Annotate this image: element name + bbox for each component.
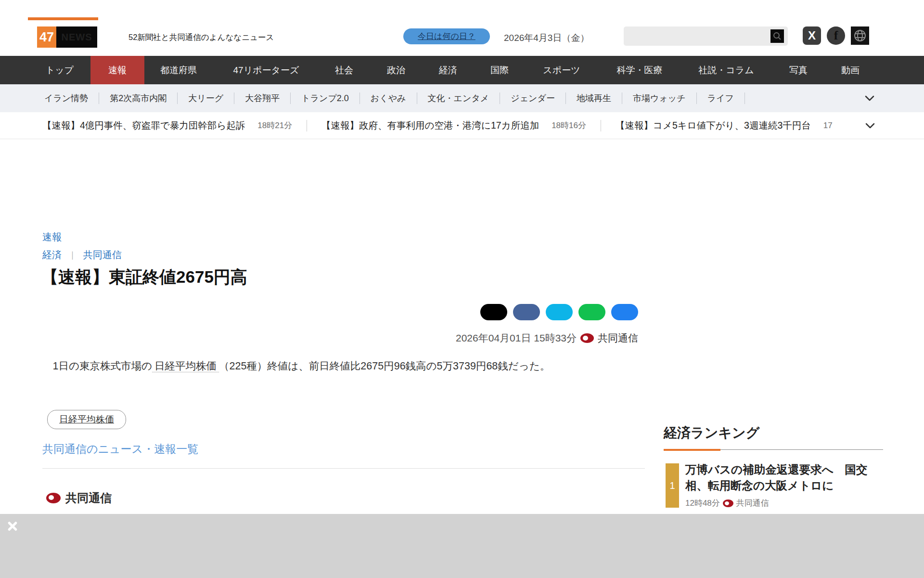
nikkei-average-link[interactable]: 日経平均株価 [152, 360, 219, 372]
topic-more-button[interactable] [864, 94, 875, 104]
topic-life[interactable]: ライフ [697, 92, 745, 104]
breadcrumb: 経済 ｜ 共同通信 [42, 249, 122, 262]
topic-cabinet[interactable]: 第2次高市内閣 [99, 92, 178, 104]
nav-item-47reporters[interactable]: 47リポーターズ [233, 56, 299, 84]
publish-datetime: 2026年04月01日 15時33分 [456, 331, 577, 345]
topic-obituary[interactable]: おくやみ [360, 92, 417, 104]
topic-nav: イラン情勢 第2次高市内閣 大リーグ 大谷翔平 トランプ2.0 おくやみ 文化・… [0, 84, 924, 112]
kyodo-news-icon [46, 493, 61, 503]
share-messenger-button[interactable] [611, 304, 638, 320]
ticker-time-1: 18時21分 [257, 120, 292, 131]
search-icon [772, 31, 782, 41]
nav-item-video[interactable]: 動画 [841, 56, 860, 84]
ticker-separator [601, 120, 601, 131]
kyodo-news-list-link[interactable]: 共同通信のニュース・速報一覧 [42, 442, 198, 457]
breadcrumb-separator: ｜ [68, 250, 77, 261]
nav-item-economy[interactable]: 経済 [439, 56, 457, 84]
ticker-item-2[interactable]: 【速報】政府、有事利用の空港・港湾に17カ所追加 [321, 119, 539, 132]
breadcrumb-source[interactable]: 共同通信 [83, 249, 122, 262]
rank-1-agency: 共同通信 [736, 498, 769, 509]
nav-item-photo[interactable]: 写真 [789, 56, 808, 84]
rank-1-title[interactable]: 万博バスの補助金返還要求へ 国交相、転用断念の大阪メトロに [685, 462, 880, 494]
ticker-expand-button[interactable] [865, 122, 875, 131]
ticker-time-2: 18時16分 [552, 120, 586, 131]
article-title: 【速報】東証終値2675円高 [41, 266, 247, 289]
social-links: X f [803, 26, 869, 45]
breadcrumb-category[interactable]: 経済 [42, 249, 62, 262]
ticker-time-3: 17 [823, 121, 833, 131]
share-twitter-button[interactable] [546, 304, 573, 320]
nav-item-international[interactable]: 国際 [490, 56, 509, 84]
facebook-icon[interactable]: f [827, 26, 845, 45]
kyodo-news-icon [723, 499, 733, 507]
page: 47 NEWS 52新聞社と共同通信のよんななニュース 今日は何の日？ 2026… [0, 0, 924, 578]
topic-culture[interactable]: 文化・エンタメ [417, 92, 500, 104]
body-text-post: （225種）終値は、前日終値比2675円96銭高の5万3739円68銭だった。 [219, 360, 550, 372]
search-button[interactable] [770, 29, 784, 43]
share-line-button[interactable] [578, 304, 605, 320]
agency-name[interactable]: 共同通信 [598, 331, 638, 345]
rank-1-meta: 12時48分 共同通信 [685, 498, 769, 509]
globe-icon[interactable] [851, 26, 869, 45]
economy-ranking-heading: 経済ランキング [664, 424, 759, 442]
topic-regional[interactable]: 地域再生 [566, 92, 622, 104]
topic-mlb[interactable]: 大リーグ [178, 92, 234, 104]
ticker-separator [307, 120, 307, 131]
article-divider [42, 468, 645, 469]
nav-item-editorial-column[interactable]: 社説・コラム [698, 56, 754, 84]
article-meta: 2026年04月01日 15時33分 共同通信 [414, 331, 638, 345]
topic-iran[interactable]: イラン情勢 [34, 92, 99, 104]
rank-1-time: 12時48分 [685, 498, 720, 509]
share-button-row [480, 304, 638, 320]
bottom-ad-banner [0, 514, 924, 578]
rank-1-badge: 1 [666, 463, 679, 508]
kyodo-footer: 共同通信 [46, 490, 112, 506]
topic-gender[interactable]: ジェンダー [500, 92, 566, 104]
search-box[interactable] [624, 26, 788, 46]
nav-item-society[interactable]: 社会 [335, 56, 353, 84]
kyodo-footer-name[interactable]: 共同通信 [65, 490, 112, 506]
nav-item-sports[interactable]: スポーツ [543, 56, 580, 84]
logo-news-icon: NEWS [56, 26, 97, 48]
share-facebook-button[interactable] [513, 304, 540, 320]
ticker-item-1[interactable]: 【速報】4億円事件、窃盗罪で暴力団幹部ら起訴 [42, 119, 245, 132]
site-header: 47 NEWS 52新聞社と共同通信のよんななニュース 今日は何の日？ 2026… [0, 0, 924, 56]
x-twitter-icon[interactable]: X [803, 26, 821, 45]
chevron-down-icon [865, 122, 875, 130]
share-x-button[interactable] [480, 304, 507, 320]
article-body: 1日の東京株式市場の日経平均株価（225種）終値は、前日終値比2675円96銭高… [42, 355, 648, 377]
search-input[interactable] [628, 26, 767, 46]
ranking-divider [664, 449, 883, 450]
current-date: 2026年4月3日（金） [504, 32, 589, 44]
breaking-news-ticker: 【速報】4億円事件、窃盗罪で暴力団幹部ら起訴 18時21分 【速報】政府、有事利… [0, 112, 924, 139]
tag-nikkei-average[interactable]: 日経平均株価 [47, 410, 126, 429]
topic-market-watch[interactable]: 市場ウォッチ [622, 92, 697, 104]
site-logo[interactable]: 47 NEWS [37, 26, 97, 48]
topic-trump[interactable]: トランプ2.0 [291, 92, 360, 104]
nav-item-top[interactable]: トップ [46, 56, 74, 84]
nav-item-prefectures[interactable]: 都道府県 [160, 56, 197, 84]
nav-item-sokuho-active[interactable]: 速報 [90, 56, 144, 84]
chevron-down-icon [864, 94, 875, 102]
ticker-item-3[interactable]: 【速報】コメ5キロ値下がり、3週連続3千円台 [616, 119, 811, 132]
brand-accent-bar [28, 17, 98, 20]
nav-item-science-medical[interactable]: 科学・医療 [617, 56, 663, 84]
body-text-pre: 1日の東京株式市場の [42, 360, 152, 372]
kyodo-news-icon [580, 333, 594, 343]
nav-item-politics[interactable]: 政治 [387, 56, 405, 84]
close-icon[interactable] [7, 520, 18, 532]
ranking-divider-accent [664, 449, 720, 451]
main-nav: トップ 速報 都道府県 47リポーターズ 社会 政治 経済 国際 スポーツ 科学… [0, 56, 924, 84]
today-is-what-day-button[interactable]: 今日は何の日？ [403, 28, 490, 44]
site-tagline: 52新聞社と共同通信のよんななニュース [128, 32, 274, 43]
logo-47-icon: 47 [37, 26, 56, 48]
breadcrumb-section[interactable]: 速報 [42, 231, 62, 244]
topic-ohtani[interactable]: 大谷翔平 [234, 92, 291, 104]
